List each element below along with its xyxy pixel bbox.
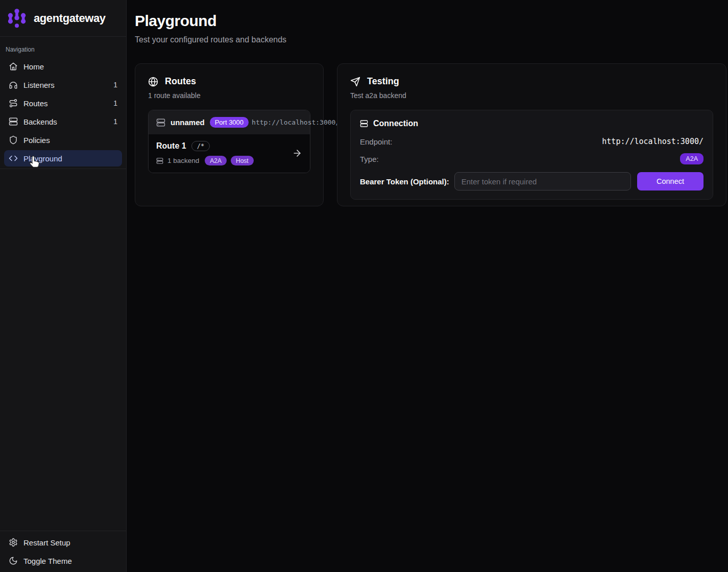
routes-card-header: Routes (148, 76, 310, 87)
bearer-token-label: Bearer Token (Optional): (360, 177, 449, 186)
restart-setup-label: Restart Setup (23, 538, 70, 547)
sidebar-spacer (0, 173, 126, 531)
testing-card: Testing Test a2a backend Connection Endp… (337, 63, 726, 206)
route-badge-host: Host (231, 156, 254, 165)
bearer-token-input[interactable] (454, 172, 631, 190)
shield-icon (9, 135, 18, 145)
sidebar-item-backends[interactable]: Backends 1 (4, 113, 122, 130)
page-title: Playground (135, 12, 726, 30)
sidebar-item-home[interactable]: Home (4, 58, 122, 75)
sidebar-item-count: 1 (113, 81, 117, 89)
endpoint-row: Endpoint: http://localhost:3000/ (360, 135, 703, 148)
bearer-token-row: Bearer Token (Optional): Connect (360, 172, 703, 190)
cards-row: Routes 1 route available unnamed Port 30… (135, 63, 726, 206)
home-icon (9, 62, 18, 71)
moon-icon (9, 556, 18, 565)
server-icon (156, 157, 163, 164)
sidebar-item-label: Backends (23, 117, 57, 126)
sidebar-item-label: Playground (23, 154, 62, 163)
testing-card-title: Testing (367, 76, 399, 87)
toggle-theme-label: Toggle Theme (23, 557, 72, 565)
brand-header[interactable]: agentgateway (0, 0, 126, 37)
gear-icon (9, 538, 18, 547)
route-name: Route 1 (156, 141, 186, 151)
route-path-badge: /* (191, 141, 210, 151)
sidebar-item-count: 1 (113, 117, 117, 126)
page-subtitle: Test your configured routes and backends (135, 35, 726, 44)
connection-title: Connection (373, 119, 418, 128)
brand-name: agentgateway (34, 12, 106, 25)
main-content: Playground Test your configured routes a… (127, 0, 728, 572)
nav-section-label: Navigation (4, 41, 122, 58)
listener-group: unnamed Port 3000 http://localhost:3000/… (148, 110, 310, 173)
arrow-right-icon[interactable] (292, 148, 302, 158)
routes-card: Routes 1 route available unnamed Port 30… (135, 63, 324, 206)
restart-setup-button[interactable]: Restart Setup (4, 534, 122, 551)
sidebar: agentgateway Navigation Home Listeners 1… (0, 0, 127, 572)
sidebar-divider (0, 169, 126, 169)
route-badge-a2a: A2A (205, 156, 227, 165)
endpoint-value: http://localhost:3000/ (602, 137, 703, 146)
sidebar-item-playground[interactable]: Playground (4, 150, 122, 166)
route-icon (9, 99, 18, 108)
server-icon (156, 118, 165, 127)
agentgateway-logo-icon (6, 8, 28, 29)
sidebar-item-label: Routes (23, 99, 48, 108)
send-icon (350, 77, 360, 87)
sidebar-item-count: 1 (113, 99, 117, 107)
listener-name: unnamed (171, 118, 205, 127)
sidebar-footer: Restart Setup Toggle Theme (0, 531, 126, 572)
globe-icon (148, 77, 158, 87)
sidebar-item-routes[interactable]: Routes 1 (4, 95, 122, 111)
listener-port-badge: Port 3000 (210, 117, 249, 128)
sidebar-item-label: Listeners (23, 81, 55, 89)
sidebar-item-policies[interactable]: Policies (4, 132, 122, 148)
sidebar-nav: Navigation Home Listeners 1 Routes 1 (0, 37, 126, 173)
connection-panel: Connection Endpoint: http://localhost:30… (350, 110, 713, 200)
testing-card-subtitle: Test a2a backend (350, 91, 713, 100)
sidebar-item-label: Policies (23, 136, 50, 145)
listener-url: http://localhost:3000/ (252, 118, 339, 126)
endpoint-label: Endpoint: (360, 137, 392, 146)
routes-card-title: Routes (165, 76, 196, 87)
route-info: Route 1 /* 1 backend A2A Host (156, 141, 254, 165)
server-icon (360, 120, 368, 128)
server-icon (9, 117, 18, 126)
listener-row: unnamed Port 3000 http://localhost:3000/ (149, 110, 310, 134)
routes-card-subtitle: 1 route available (148, 91, 310, 100)
route-backend-count: 1 backend (167, 157, 199, 164)
testing-card-header: Testing (350, 76, 713, 87)
connect-button[interactable]: Connect (637, 172, 703, 190)
sidebar-item-listeners[interactable]: Listeners 1 (4, 77, 122, 93)
sidebar-item-label: Home (23, 62, 44, 71)
connection-header: Connection (360, 119, 703, 128)
type-badge: A2A (680, 153, 703, 164)
route-list-item[interactable]: Route 1 /* 1 backend A2A Host (149, 134, 310, 173)
toggle-theme-button[interactable]: Toggle Theme (4, 553, 122, 569)
code-icon (9, 154, 18, 163)
headphones-icon (9, 80, 18, 89)
type-row: Type: A2A (360, 152, 703, 165)
type-label: Type: (360, 155, 379, 163)
